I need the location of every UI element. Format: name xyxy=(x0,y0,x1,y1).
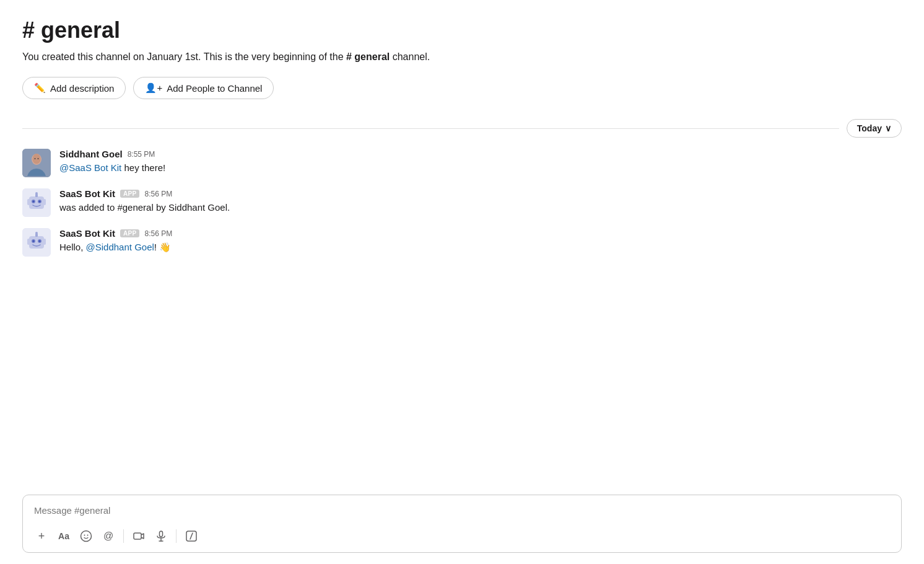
messages-area: Siddhant Goel 8:55 PM @SaaS Bot Kit hey … xyxy=(22,149,902,495)
emoji-icon[interactable] xyxy=(76,526,96,546)
message-text: Hello, @Siddhant Goel! 👋 xyxy=(59,240,902,255)
svg-point-26 xyxy=(81,531,92,542)
message-header: SaaS Bot Kit APP 8:56 PM xyxy=(59,228,902,239)
action-buttons: ✏️ Add description 👤+ Add People to Chan… xyxy=(22,77,902,99)
svg-point-21 xyxy=(39,240,41,242)
svg-rect-29 xyxy=(134,533,141,539)
channel-title: # general xyxy=(22,17,902,43)
chevron-down-icon: ∨ xyxy=(885,123,891,133)
message-content-suffix: ! 👋 xyxy=(154,242,171,252)
text-format-icon[interactable]: Aa xyxy=(54,526,74,546)
svg-line-34 xyxy=(190,533,193,539)
timestamp: 8:55 PM xyxy=(128,150,155,159)
description-prefix: You created this channel on January 1st.… xyxy=(22,51,346,62)
add-description-label: Add description xyxy=(50,83,114,94)
svg-rect-17 xyxy=(29,236,44,249)
bot-avatar-svg xyxy=(22,228,51,257)
message-item: SaaS Bot Kit APP 8:56 PM was added to #g… xyxy=(22,188,902,217)
svg-point-4 xyxy=(35,158,36,159)
today-label: Today xyxy=(857,123,882,133)
svg-rect-7 xyxy=(29,196,44,209)
svg-point-3 xyxy=(33,154,40,162)
person-add-icon: 👤+ xyxy=(145,82,162,94)
sender-name: SaaS Bot Kit xyxy=(59,228,115,239)
svg-point-28 xyxy=(87,535,89,536)
message-text: was added to #general by Siddhant Goel. xyxy=(59,201,902,215)
mention[interactable]: @SaaS Bot Kit xyxy=(59,162,121,173)
video-icon[interactable] xyxy=(129,526,149,546)
svg-rect-14 xyxy=(27,199,30,205)
timestamp: 8:56 PM xyxy=(144,229,172,238)
add-people-button[interactable]: 👤+ Add People to Channel xyxy=(133,77,274,99)
avatar xyxy=(22,188,51,217)
mention[interactable]: @Siddhant Goel xyxy=(86,242,154,252)
message-item: SaaS Bot Kit APP 8:56 PM Hello, @Siddhan… xyxy=(22,228,902,257)
today-badge[interactable]: Today ∨ xyxy=(847,119,902,138)
svg-point-23 xyxy=(35,232,38,234)
message-content: was added to #general by Siddhant Goel. xyxy=(59,202,230,213)
message-body: Siddhant Goel 8:55 PM @SaaS Bot Kit hey … xyxy=(59,149,902,175)
message-item: Siddhant Goel 8:55 PM @SaaS Bot Kit hey … xyxy=(22,149,902,177)
mention-icon[interactable]: @ xyxy=(98,526,118,546)
message-body: SaaS Bot Kit APP 8:56 PM was added to #g… xyxy=(59,188,902,215)
message-content-prefix: Hello, xyxy=(59,242,86,252)
svg-point-20 xyxy=(33,240,35,242)
svg-rect-15 xyxy=(43,199,46,205)
mic-icon[interactable] xyxy=(151,526,171,546)
divider-line-left xyxy=(22,128,839,129)
message-header: Siddhant Goel 8:55 PM xyxy=(59,149,902,159)
toolbar-divider-2 xyxy=(176,529,177,543)
message-input-area[interactable]: + Aa @ xyxy=(22,495,902,553)
svg-point-11 xyxy=(39,201,41,203)
sender-name: SaaS Bot Kit xyxy=(59,188,115,199)
svg-rect-24 xyxy=(27,239,30,245)
main-content: # general You created this channel on Ja… xyxy=(0,0,924,564)
avatar xyxy=(22,228,51,257)
channel-description: You created this channel on January 1st.… xyxy=(22,50,902,64)
message-input[interactable] xyxy=(23,495,901,521)
bot-avatar-svg xyxy=(22,188,51,217)
plus-icon[interactable]: + xyxy=(32,526,51,546)
channel-hash: # general xyxy=(22,17,120,43)
svg-point-10 xyxy=(33,201,35,203)
description-suffix: channel. xyxy=(390,51,430,62)
svg-rect-30 xyxy=(160,531,163,537)
app-badge: APP xyxy=(120,229,139,237)
message-header: SaaS Bot Kit APP 8:56 PM xyxy=(59,188,902,199)
svg-point-13 xyxy=(35,192,38,195)
svg-point-27 xyxy=(84,535,85,536)
svg-rect-25 xyxy=(43,239,46,245)
svg-point-5 xyxy=(38,158,39,159)
message-content: hey there! xyxy=(121,162,165,173)
toolbar-divider xyxy=(123,529,124,543)
message-body: SaaS Bot Kit APP 8:56 PM Hello, @Siddhan… xyxy=(59,228,902,255)
user-avatar-svg xyxy=(22,149,51,177)
add-description-button[interactable]: ✏️ Add description xyxy=(22,77,126,99)
timestamp: 8:56 PM xyxy=(144,190,172,198)
slash-icon[interactable] xyxy=(181,526,201,546)
add-people-label: Add People to Channel xyxy=(167,83,262,94)
app-badge: APP xyxy=(120,190,139,198)
avatar xyxy=(22,149,51,177)
sender-name: Siddhant Goel xyxy=(59,149,123,159)
pencil-icon: ✏️ xyxy=(34,82,46,94)
message-text: @SaaS Bot Kit hey there! xyxy=(59,161,902,175)
input-toolbar: + Aa @ xyxy=(23,522,901,552)
channel-header: # general You created this channel on Ja… xyxy=(22,17,902,119)
date-divider: Today ∨ xyxy=(22,119,902,138)
description-channel-name: # general xyxy=(346,51,390,62)
